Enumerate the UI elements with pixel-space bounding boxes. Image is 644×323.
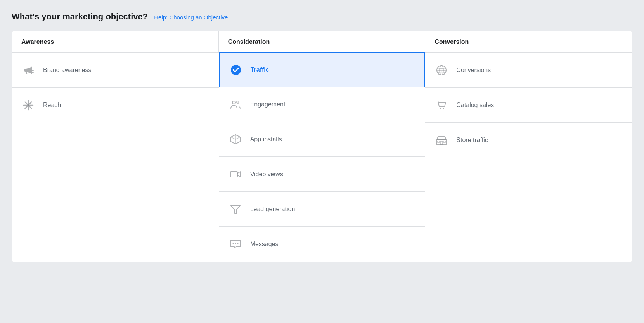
svg-rect-27 xyxy=(443,141,445,142)
reach-label: Reach xyxy=(43,102,61,109)
engagement-label: Engagement xyxy=(250,101,286,108)
consideration-column: Traffic Engagement xyxy=(219,53,426,262)
svg-point-16 xyxy=(235,243,236,244)
box-icon xyxy=(229,132,242,146)
checkmark-circle-icon xyxy=(229,63,243,77)
video-views-label: Video views xyxy=(250,171,283,178)
table-body: Brand awareness Reach xyxy=(12,53,632,262)
chat-icon xyxy=(229,237,242,251)
conversions-item[interactable]: Conversions xyxy=(425,53,632,88)
objectives-table: Awareness Consideration Conversion Brand… xyxy=(12,31,632,262)
messages-item[interactable]: Messages xyxy=(219,227,425,262)
consideration-header: Consideration xyxy=(219,31,426,52)
asterisk-icon xyxy=(21,98,35,112)
app-installs-item[interactable]: App installs xyxy=(219,122,425,157)
svg-point-7 xyxy=(231,65,241,75)
help-link[interactable]: Help: Choosing an Objective xyxy=(154,14,228,21)
store-traffic-label: Store traffic xyxy=(456,137,488,144)
app-installs-label: App installs xyxy=(250,136,282,143)
lead-generation-item[interactable]: Lead generation xyxy=(219,192,425,227)
conversion-header: Conversion xyxy=(425,31,632,52)
svg-rect-26 xyxy=(438,141,440,142)
brand-awareness-item[interactable]: Brand awareness xyxy=(12,53,219,88)
megaphone-icon xyxy=(21,63,35,77)
cart-icon xyxy=(435,98,448,112)
svg-point-9 xyxy=(237,101,239,103)
awareness-header: Awareness xyxy=(12,31,219,52)
conversion-column: Conversions Catalog sales xyxy=(425,53,632,262)
svg-line-12 xyxy=(231,137,235,139)
video-icon xyxy=(229,167,242,181)
svg-point-15 xyxy=(232,243,234,244)
globe-icon xyxy=(435,63,448,77)
page-header: What's your marketing objective? Help: C… xyxy=(12,12,632,22)
svg-rect-23 xyxy=(437,139,446,145)
svg-line-13 xyxy=(235,137,240,139)
svg-point-17 xyxy=(237,243,238,244)
table-header: Awareness Consideration Conversion xyxy=(12,31,632,53)
messages-label: Messages xyxy=(250,241,279,248)
traffic-item[interactable]: Traffic xyxy=(219,52,426,87)
people-icon xyxy=(229,97,242,111)
svg-rect-25 xyxy=(440,141,443,145)
video-views-item[interactable]: Video views xyxy=(219,157,425,192)
svg-point-8 xyxy=(232,101,235,104)
catalog-sales-item[interactable]: Catalog sales xyxy=(425,88,632,123)
reach-item[interactable]: Reach xyxy=(12,88,219,123)
conversions-label: Conversions xyxy=(456,67,491,74)
engagement-item[interactable]: Engagement xyxy=(219,87,425,122)
svg-point-21 xyxy=(440,108,441,109)
svg-rect-14 xyxy=(230,172,237,177)
catalog-sales-label: Catalog sales xyxy=(456,102,494,109)
svg-point-22 xyxy=(443,108,444,109)
awareness-column: Brand awareness Reach xyxy=(12,53,219,262)
traffic-label: Traffic xyxy=(251,66,269,73)
lead-generation-label: Lead generation xyxy=(250,206,295,213)
store-icon xyxy=(435,133,448,147)
store-traffic-item[interactable]: Store traffic xyxy=(425,123,632,158)
page-title: What's your marketing objective? xyxy=(12,12,148,22)
funnel-icon xyxy=(229,202,242,216)
brand-awareness-label: Brand awareness xyxy=(43,67,92,74)
